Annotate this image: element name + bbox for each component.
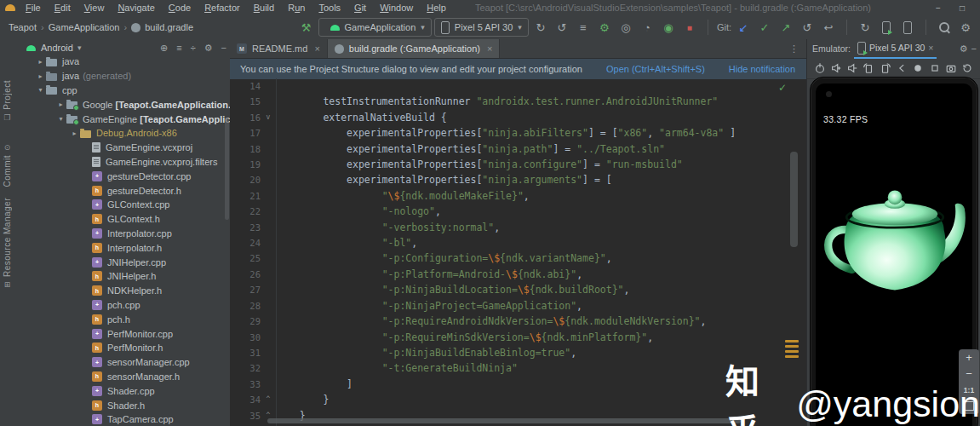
chevron-collapsed-icon[interactable]: ▸ [35, 72, 46, 80]
code-line-22[interactable]: 22 "-nologo", [230, 204, 807, 219]
back-button[interactable] [895, 60, 909, 76]
tool-strip-commit[interactable]: ⊙ Commit [0, 143, 14, 187]
menu-window[interactable]: Window [373, 3, 420, 13]
git-commit-button[interactable]: ✓ [755, 18, 774, 37]
debug-button[interactable]: ⚙ [595, 18, 614, 37]
tree-item-perfmonitor.h[interactable]: hPerfMonitor.h [14, 341, 230, 355]
tree-item-shader.h[interactable]: hShader.h [14, 398, 230, 412]
tree-item-gesturedetector.h[interactable]: hgestureDetector.h [14, 183, 230, 198]
code-line-28[interactable]: 28 "-p:NinjaProject=GameApplication", [230, 298, 807, 314]
chevron-collapsed-icon[interactable]: ▸ [35, 58, 46, 66]
menu-file[interactable]: File [19, 3, 48, 13]
rotate-right-button[interactable] [878, 60, 892, 76]
menu-build[interactable]: Build [247, 3, 281, 13]
tree-item-debug.android-x86[interactable]: ▸Debug.Android-x86 [14, 126, 230, 141]
project-view-selector[interactable]: Android [41, 43, 73, 53]
attach-debugger-button[interactable]: ◉ [659, 18, 678, 37]
menu-navigate[interactable]: Navigate [111, 3, 161, 13]
chevron-down-icon[interactable]: ▾ [77, 43, 82, 52]
search-everywhere-button[interactable] [935, 18, 954, 37]
editor-vertical-scrollbar[interactable] [790, 152, 798, 247]
code-line-23[interactable]: 23 "-verbosity:normal", [230, 220, 807, 235]
code-line-29[interactable]: 29 "-p:RequireAndroidNdkVersion=\${ndk.m… [230, 314, 807, 329]
tool-strip-resource-manager[interactable]: Resource Manager ⊞ [0, 198, 14, 289]
code-line-21[interactable]: 21 "\${ndk.moduleMakeFile}", [230, 188, 807, 204]
device-dropdown[interactable]: Pixel 5 API 30 ▾ [434, 18, 529, 37]
locate-file-button[interactable]: ⊕ [160, 43, 168, 54]
fold-marker-icon[interactable]: ^ [261, 392, 276, 407]
tree-item-pch.cpp[interactable]: +pch.cpp [14, 298, 230, 313]
home-button[interactable] [911, 60, 926, 76]
menu-git[interactable]: Git [347, 3, 373, 13]
snapshots-button[interactable] [960, 60, 975, 76]
screenshot-button[interactable] [944, 60, 959, 76]
menu-help[interactable]: Help [420, 3, 453, 13]
fit-screen-button[interactable] [965, 401, 974, 411]
code-line-31[interactable]: 31 "-p:NinjaBuildEnableBinlog=true", [230, 345, 807, 360]
tree-item-glcontext.cpp[interactable]: +GLContext.cpp [14, 198, 230, 212]
menu-run[interactable]: Run [281, 3, 312, 13]
zoom-in-button[interactable]: + [966, 353, 972, 363]
tab-build-gradle[interactable]: build.gradle (:GameApplication) × [328, 39, 501, 58]
chevron-expanded-icon[interactable]: ▾ [55, 115, 66, 123]
collapse-all-button[interactable]: ≡ [176, 43, 181, 53]
menu-tools[interactable]: Tools [312, 3, 347, 13]
tree-item-cpp[interactable]: ▾cpp [14, 83, 230, 98]
tree-item-perfmonitor.cpp[interactable]: +PerfMonitor.cpp [14, 326, 230, 341]
project-settings-icon[interactable]: ⚙ [204, 43, 213, 54]
menu-view[interactable]: View [77, 3, 112, 13]
tab-readme[interactable]: M README.md × [230, 39, 328, 58]
emulator-settings-icon[interactable]: ⚙ [960, 43, 968, 55]
tree-item-sensormanager.cpp[interactable]: +sensorManager.cpp [14, 355, 230, 370]
run-configuration-dropdown[interactable]: GameApplication ▾ [318, 18, 432, 37]
code-line-19[interactable]: 19 experimentalProperties["ninja.configu… [230, 157, 807, 172]
code-line-26[interactable]: 26 "-p:Platform=Android-\${ndk.abi}", [230, 267, 807, 282]
power-button[interactable] [812, 60, 827, 76]
tree-item-google[interactable]: ▸Google [Teapot.GameApplication.main] [14, 97, 230, 112]
code-line-27[interactable]: 27 "-p:NinjaBuildLocation=\${ndk.buildRo… [230, 282, 807, 297]
tree-item-gameengine[interactable]: ▾GameEngine [Teapot.GameApplication.m [14, 112, 230, 126]
close-emulator-tab-icon[interactable]: × [928, 43, 933, 53]
chevron-expanded-icon[interactable]: ▾ [35, 86, 46, 94]
avd-manager-button[interactable] [898, 18, 917, 37]
hide-project-button[interactable]: − [221, 43, 226, 53]
tree-item-sensormanager.h[interactable]: hsensorManager.h [14, 370, 230, 384]
close-tab-icon[interactable]: × [314, 43, 319, 54]
git-rollback-button[interactable]: ↩ [819, 18, 838, 37]
tree-item-ndkhelper.h[interactable]: hNDKHelper.h [14, 284, 230, 298]
tree-item-shader.cpp[interactable]: +Shader.cpp [14, 383, 230, 398]
tree-item-gameengine.vcxproj[interactable]: GameEngine.vcxproj [14, 141, 230, 155]
menu-code[interactable]: Code [162, 3, 198, 13]
code-line-24[interactable]: 24 "-bl", [230, 235, 807, 250]
code-line-16[interactable]: 16v externalNativeBuild { [230, 110, 807, 125]
tree-item-jnihelper.cpp[interactable]: +JNIHelper.cpp [14, 255, 230, 269]
tree-item-java[interactable]: ▸java [14, 55, 230, 69]
volume-up-button[interactable] [828, 60, 843, 76]
menu-edit[interactable]: Edit [48, 3, 77, 13]
gradle-sync-button[interactable]: ↻ [856, 18, 874, 37]
overview-button[interactable] [927, 60, 942, 76]
emulator-screen[interactable]: 33.32 FPS [816, 83, 972, 426]
coverage-button[interactable]: ◎ [616, 18, 635, 37]
minimize-button[interactable]: − [936, 3, 941, 13]
stop-button[interactable]: ■ [680, 18, 699, 37]
code-line-34[interactable]: 34^ } [230, 392, 807, 407]
profile-app-button[interactable]: ◔ [638, 18, 656, 37]
code-line-14[interactable]: 14 [230, 78, 807, 94]
code-editor[interactable]: 1415 testInstrumentationRunner "androidx… [230, 78, 807, 426]
code-line-20[interactable]: 20 experimentalProperties["ninja.argumen… [230, 172, 807, 187]
rotate-left-button[interactable] [862, 60, 876, 76]
git-history-button[interactable]: ↺ [798, 18, 817, 37]
apply-code-changes-button[interactable]: ↺ [553, 18, 571, 37]
tree-item-gameengine.vcxproj.filters[interactable]: GameEngine.vcxproj.filters [14, 155, 230, 170]
git-update-button[interactable]: ↙ [734, 18, 753, 37]
editor-horizontal-scrollbar[interactable] [267, 418, 741, 423]
emulator-device-tab[interactable]: Pixel 5 API 30 × [854, 38, 937, 59]
breadcrumb-module[interactable]: GameApplication [49, 22, 120, 32]
breadcrumb-file[interactable]: build.gradle [145, 22, 193, 32]
code-line-17[interactable]: 17 experimentalProperties["ninja.abiFilt… [230, 125, 807, 141]
volume-down-button[interactable] [845, 60, 860, 76]
hide-emulator-button[interactable]: − [971, 43, 977, 54]
code-line-30[interactable]: 30 "-p:RequireMinSdkVersion=\${ndk.minPl… [230, 330, 807, 345]
hide-notification-link[interactable]: Hide notification [729, 64, 795, 74]
